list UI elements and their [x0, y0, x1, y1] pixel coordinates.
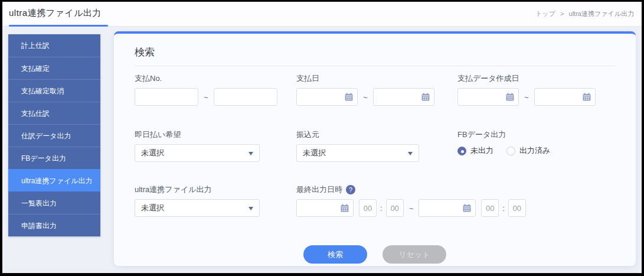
breadcrumb-separator: > — [560, 10, 564, 17]
range-tilde: ~ — [363, 93, 368, 102]
ultra-file-output-field: ultra連携ファイル出力 未選択 — [135, 184, 296, 217]
breadcrumb-current: ultra連携ファイル出力 — [569, 10, 634, 17]
form-row-2: 即日払い希望 未選択 振込元 未選択 FBデータ出力 — [135, 129, 615, 162]
sidebar-nav: 計上仕訳 支払確定 支払確定取消 支払仕訳 仕訳データ出力 FBデータ出力 ul… — [8, 34, 100, 236]
reset-button[interactable]: リセット — [383, 245, 446, 264]
radio-not-output[interactable]: 未出力 — [457, 145, 493, 156]
payment-no-from-input[interactable] — [135, 88, 198, 106]
same-day-payment-select[interactable]: 未選択 — [135, 144, 260, 162]
content-area: 計上仕訳 支払確定 支払確定取消 支払仕訳 仕訳データ出力 FBデータ出力 ul… — [2, 27, 642, 272]
range-tilde: ~ — [204, 93, 208, 102]
form-row-3: ultra連携ファイル出力 未選択 最終出力日時 ? — [135, 184, 615, 217]
button-row: 検索 リセット — [135, 245, 615, 264]
time-colon: : — [380, 204, 383, 213]
ultra-file-output-label: ultra連携ファイル出力 — [135, 184, 296, 195]
radio-unselected-icon — [506, 147, 515, 155]
breadcrumb-home-link[interactable]: トップ — [535, 10, 555, 17]
transfer-source-label: 振込元 — [296, 129, 457, 140]
same-day-payment-field: 即日払い希望 未選択 — [135, 129, 296, 162]
last-output-date-from-input[interactable] — [296, 199, 354, 217]
last-output-hour-from-input[interactable] — [359, 199, 377, 217]
sidebar-item-journal-data-output[interactable]: 仕訳データ出力 — [8, 124, 100, 147]
transfer-source-select[interactable]: 未選択 — [296, 144, 419, 162]
app-window: ultra連携ファイル出力 トップ > ultra連携ファイル出力 計上仕訳 支… — [0, 0, 644, 276]
transfer-source-field: 振込元 未選択 — [296, 129, 457, 162]
sidebar-item-ultra-file-output[interactable]: ultra連携ファイル出力 — [8, 169, 100, 191]
range-tilde: ~ — [524, 93, 529, 102]
last-output-min-to-input[interactable] — [508, 199, 526, 217]
form-row-1: 支払No. ~ 支払日 ~ — [135, 73, 615, 106]
payment-no-to-input[interactable] — [214, 88, 277, 106]
sidebar-item-payment-confirm-cancel[interactable]: 支払確定取消 — [8, 79, 100, 102]
transfer-source-value: 未選択 — [303, 148, 326, 158]
same-day-payment-label: 即日払い希望 — [135, 129, 296, 140]
same-day-payment-value: 未選択 — [141, 148, 164, 158]
payment-data-created-label: 支払データ作成日 — [457, 73, 615, 84]
payment-date-to-input[interactable] — [373, 88, 434, 106]
page-title: ultra連携ファイル出力 — [9, 8, 102, 19]
payment-date-field: 支払日 ~ — [296, 73, 457, 106]
sidebar-item-payment-journal[interactable]: 支払仕訳 — [8, 102, 100, 124]
radio-selected-icon — [457, 147, 466, 155]
payment-data-created-from-input[interactable] — [457, 88, 519, 106]
radio-output-done-label: 出力済み — [519, 145, 550, 156]
last-output-date-to-input[interactable] — [419, 199, 476, 217]
payment-date-label: 支払日 — [296, 73, 457, 84]
chevron-down-icon — [408, 152, 413, 155]
payment-data-created-to-input[interactable] — [534, 88, 596, 106]
time-colon: : — [502, 204, 505, 213]
last-output-hour-to-input[interactable] — [481, 199, 499, 217]
ultra-file-output-select[interactable]: 未選択 — [135, 199, 260, 217]
sidebar-item-list-output[interactable]: 一覧表出力 — [8, 191, 100, 214]
payment-no-label: 支払No. — [135, 73, 296, 84]
search-panel: 検索 支払No. ~ 支払日 — [114, 31, 636, 266]
sidebar-item-payment-confirm[interactable]: 支払確定 — [8, 57, 100, 79]
payment-date-from-input[interactable] — [296, 88, 358, 106]
last-output-datetime-field: 最終出力日時 ? : ~ — [296, 184, 615, 217]
radio-output-done[interactable]: 出力済み — [506, 145, 550, 156]
page-header: ultra連携ファイル出力 トップ > ultra連携ファイル出力 — [2, 2, 642, 27]
ultra-file-output-value: 未選択 — [141, 203, 164, 213]
sidebar-item-fb-data-output[interactable]: FBデータ出力 — [8, 147, 100, 169]
chevron-down-icon — [249, 207, 253, 210]
payment-data-created-field: 支払データ作成日 ~ — [457, 73, 615, 106]
payment-no-field: 支払No. ~ — [135, 73, 296, 106]
sidebar-item-accounting-journal[interactable]: 計上仕訳 — [8, 34, 100, 57]
search-heading: 検索 — [135, 46, 615, 66]
help-icon[interactable]: ? — [346, 185, 355, 194]
sidebar-item-application-output[interactable]: 申請書出力 — [8, 214, 100, 236]
last-output-min-from-input[interactable] — [386, 199, 404, 217]
radio-not-output-label: 未出力 — [470, 145, 493, 156]
last-output-datetime-label: 最終出力日時 — [296, 184, 342, 195]
chevron-down-icon — [249, 152, 253, 155]
search-button[interactable]: 検索 — [303, 245, 367, 264]
range-tilde: ~ — [409, 204, 414, 213]
fb-data-output-label: FBデータ出力 — [457, 129, 615, 140]
fb-data-output-radio-group: 未出力 出力済み — [457, 145, 615, 156]
fb-data-output-field: FBデータ出力 未出力 出力済み — [457, 129, 615, 156]
breadcrumb: トップ > ultra連携ファイル出力 — [535, 9, 634, 18]
